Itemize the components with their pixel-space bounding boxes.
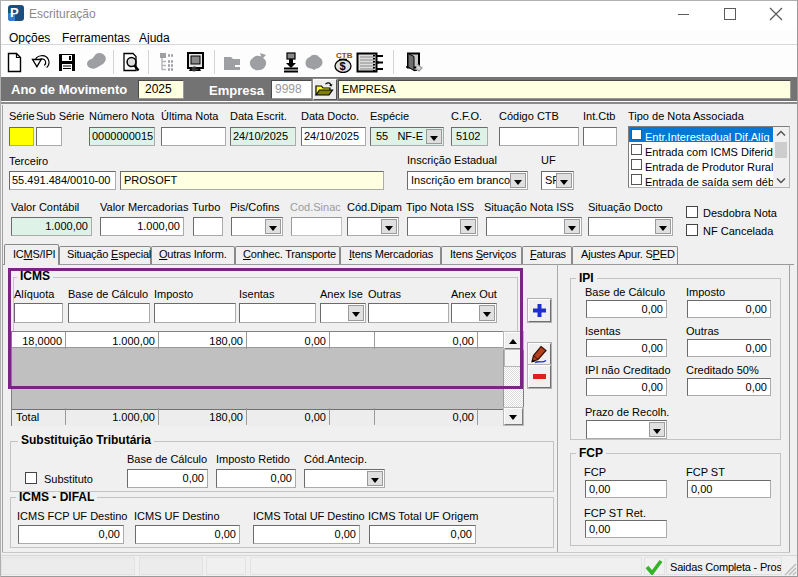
svg-text:CTB: CTB xyxy=(336,51,353,60)
svg-text:$: $ xyxy=(340,60,346,72)
